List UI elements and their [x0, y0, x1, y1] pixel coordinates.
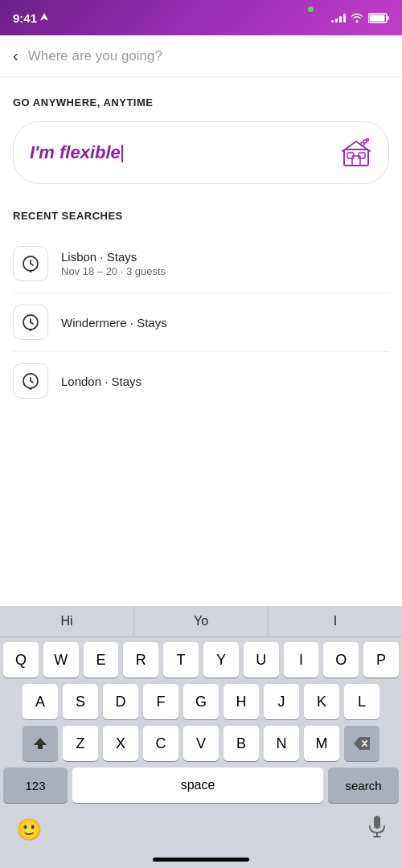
search-bar[interactable]: ‹ Where are you going?	[0, 35, 402, 77]
search-location: London · Stays	[61, 375, 389, 388]
mic-key[interactable]	[368, 816, 386, 843]
search-meta: Nov 18 – 20 · 3 guests	[61, 265, 389, 277]
svg-rect-16	[374, 816, 380, 829]
key-l[interactable]: L	[344, 684, 379, 719]
house-icon	[340, 137, 372, 169]
list-item[interactable]: London · Stays	[13, 352, 389, 410]
key-b[interactable]: B	[224, 726, 259, 761]
svg-point-9	[367, 139, 369, 141]
key-v[interactable]: V	[183, 726, 219, 761]
search-history-icon	[13, 363, 48, 399]
key-y[interactable]: Y	[203, 642, 239, 678]
key-row-2: A S D F G H J K L	[3, 684, 399, 719]
signal-icon	[331, 13, 346, 23]
keyboard-rows: Q W E R T Y U I O P A S D F G H J K L	[0, 637, 402, 809]
predictive-bar: Hi Yo I	[0, 606, 402, 637]
clock-icon	[22, 255, 39, 272]
search-history-icon	[13, 246, 48, 281]
key-z[interactable]: Z	[63, 726, 98, 761]
key-d[interactable]: D	[103, 684, 138, 719]
svg-rect-1	[388, 16, 389, 20]
status-bar: 9:41	[0, 0, 402, 35]
back-button[interactable]: ‹	[13, 47, 18, 65]
key-i[interactable]: I	[284, 642, 319, 678]
main-content: GO ANYWHERE, ANYTIME I'm flexible	[0, 77, 402, 410]
predictive-word-1[interactable]: Yo	[134, 606, 269, 637]
list-item[interactable]: Windermere · Stays	[13, 293, 389, 352]
battery-icon	[368, 13, 389, 23]
key-r[interactable]: R	[123, 642, 158, 678]
key-h[interactable]: H	[224, 684, 259, 719]
bottom-row: 123 space search	[3, 768, 399, 803]
svg-point-15	[30, 387, 32, 390]
search-location: Lisbon · Stays	[61, 250, 389, 264]
predictive-word-0[interactable]: Hi	[0, 606, 134, 637]
svg-rect-2	[370, 14, 385, 21]
space-key[interactable]: space	[72, 768, 323, 803]
search-details: Windermere · Stays	[61, 316, 389, 330]
search-details: Lisbon · Stays Nov 18 – 20 · 3 guests	[61, 250, 389, 277]
predictive-word-2[interactable]: I	[269, 606, 402, 637]
search-input[interactable]: Where are you going?	[28, 48, 389, 64]
numbers-key[interactable]: 123	[3, 768, 68, 803]
key-p[interactable]: P	[363, 642, 399, 678]
flexible-option[interactable]: I'm flexible	[13, 121, 389, 184]
home-indicator	[153, 858, 249, 862]
flexible-house-svg	[342, 138, 371, 167]
go-anywhere-label: GO ANYWHERE, ANYTIME	[13, 96, 389, 108]
cursor	[121, 145, 123, 162]
key-q[interactable]: Q	[3, 642, 39, 678]
recent-searches-section: RECENT SEARCHES Lisbon · Stays Nov 18 – …	[13, 210, 389, 410]
recent-searches-label: RECENT SEARCHES	[13, 210, 389, 222]
key-u[interactable]: U	[244, 642, 279, 678]
key-row-3: Z X C V B N M	[3, 726, 399, 761]
key-o[interactable]: O	[323, 642, 359, 678]
activity-dot	[308, 6, 314, 12]
clock-icon	[22, 313, 39, 331]
key-w[interactable]: W	[43, 642, 79, 678]
status-time: 9:41	[13, 11, 48, 25]
key-n[interactable]: N	[264, 726, 299, 761]
home-indicator-row	[0, 853, 402, 868]
shift-icon	[33, 736, 47, 751]
key-k[interactable]: K	[304, 684, 339, 719]
key-t[interactable]: T	[163, 642, 199, 678]
svg-point-13	[30, 329, 32, 331]
key-f[interactable]: F	[143, 684, 178, 719]
flexible-text: I'm flexible	[30, 142, 123, 163]
search-location: Windermere · Stays	[61, 316, 389, 330]
mic-icon	[368, 816, 386, 838]
key-j[interactable]: J	[264, 684, 299, 719]
clock-icon	[22, 372, 39, 390]
location-arrow-icon	[40, 13, 48, 23]
key-row-1: Q W E R T Y U I O P	[3, 642, 399, 678]
list-item[interactable]: Lisbon · Stays Nov 18 – 20 · 3 guests	[13, 235, 389, 293]
keyboard: Hi Yo I Q W E R T Y U I O P A S D F G H …	[0, 606, 402, 868]
search-history-icon	[13, 305, 48, 340]
emoji-mic-row: 🙂	[0, 809, 402, 853]
shift-key[interactable]	[23, 726, 58, 761]
key-e[interactable]: E	[84, 642, 119, 678]
key-m[interactable]: M	[304, 726, 339, 761]
svg-point-11	[30, 270, 32, 272]
wifi-icon	[351, 13, 363, 23]
emoji-key[interactable]: 🙂	[16, 817, 42, 842]
key-g[interactable]: G	[183, 684, 219, 719]
delete-key[interactable]	[344, 726, 379, 761]
return-key[interactable]: search	[328, 768, 399, 803]
key-x[interactable]: X	[103, 726, 138, 761]
key-s[interactable]: S	[63, 684, 98, 719]
delete-icon	[354, 737, 370, 750]
search-details: London · Stays	[61, 375, 389, 388]
key-a[interactable]: A	[23, 684, 58, 719]
status-icons	[331, 13, 389, 23]
key-c[interactable]: C	[143, 726, 178, 761]
